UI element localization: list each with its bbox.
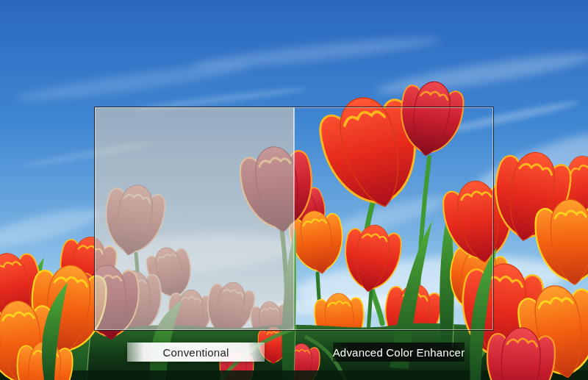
advanced-color-enhancer-label: Advanced Color Enhancer [333,343,465,362]
feature-comparison-image: Conventional Advanced Color Enhancer [0,0,588,380]
advanced-color-enhancer-label-text: Advanced Color Enhancer [333,346,465,359]
tulip-field-photo [0,0,588,380]
conventional-label-text: Conventional [163,346,229,359]
conventional-label: Conventional [127,343,265,362]
